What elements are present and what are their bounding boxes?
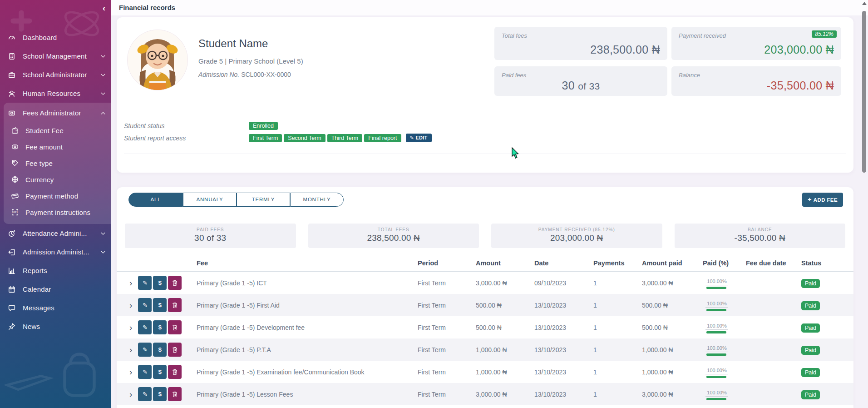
row-expand-chevron[interactable]: › [129, 390, 132, 398]
delete-fee-button[interactable] [168, 387, 182, 401]
payment-received-value: 203,000.00 ₦ [764, 43, 834, 56]
payment-button[interactable]: $ [153, 298, 167, 312]
payment-button[interactable]: $ [153, 343, 167, 357]
scroll-up-arrow[interactable] [862, 2, 867, 5]
sidebar-item-fee-type[interactable]: Fee type [4, 155, 111, 171]
sidebar-item-label: Fee type [25, 159, 53, 167]
divider [124, 154, 846, 154]
row-expand-chevron[interactable]: › [129, 279, 132, 287]
summary-payment-received-85-12: PAYMENT RECEIVED (85.12%)203,000.00 ₦ [491, 224, 662, 248]
school-administrator-icon [7, 70, 16, 80]
edit-fee-button[interactable]: ✎ [138, 343, 152, 357]
summary-balance: BALANCE-35,500.00 ₦ [675, 224, 846, 248]
tab-termly[interactable]: TERMLY [237, 193, 290, 207]
row-expand-chevron[interactable]: › [129, 323, 132, 332]
column-header-payments: Payments [593, 259, 642, 267]
tab-monthly[interactable]: MONTHLY [290, 193, 344, 207]
row-expand-chevron[interactable]: › [129, 301, 132, 309]
sidebar-item-admission-administ[interactable]: Admission Administ... [0, 243, 111, 261]
column-header-date: Date [534, 259, 593, 267]
chevron-down-icon [100, 53, 106, 60]
edit-fee-button[interactable]: ✎ [138, 387, 152, 401]
fee-cell: Primary (Grade 1 -5) Examination fee/Com… [197, 368, 418, 376]
amount-paid-cell: 1,000.00 ₦ [642, 368, 703, 376]
row-expand-chevron[interactable]: › [129, 346, 132, 354]
date-cell: 13/10/2023 [534, 391, 593, 398]
edit-fee-button[interactable]: ✎ [138, 298, 152, 312]
paid-percent-cell: 100.00% [703, 344, 746, 356]
sidebar-item-student-fee[interactable]: Student Fee [4, 122, 111, 139]
svg-text:0121: 0121 [12, 211, 18, 214]
row-expand-chevron[interactable]: › [129, 368, 132, 376]
paid-fees-label: Paid fees [502, 72, 526, 79]
sidebar-item-school-management[interactable]: School Management [0, 47, 111, 65]
table-row: ›✎$Primary (Grade 1 -5) P.T.AFirst Term1… [117, 338, 853, 361]
edit-fee-button[interactable]: ✎ [138, 320, 152, 334]
page-title: Financial records [119, 4, 175, 11]
sidebar-item-payment-method[interactable]: Payment method [4, 188, 111, 204]
human-resources-icon [7, 89, 16, 98]
delete-fee-button[interactable] [168, 343, 182, 357]
column-header-fee: Fee [197, 259, 418, 267]
column-header-fee-due-date: Fee due date [746, 259, 801, 267]
table-row: ›✎$Primary (Grade 1 -5) Development feeF… [117, 316, 853, 338]
sidebar-collapse-button[interactable]: ‹ [103, 4, 105, 13]
summary-value: 203,000.00 ₦ [491, 233, 662, 243]
paid-percent-cell: 100.00% [703, 322, 746, 333]
report-access-badge-second-term: Second Term [284, 134, 325, 142]
total-fees-box: Total fees 238,500.00 ₦ [494, 27, 667, 60]
sidebar-item-reports[interactable]: Reports [0, 261, 111, 280]
chevron-down-icon [100, 249, 106, 255]
sidebar-item-label: Payment method [25, 192, 78, 200]
tab-all[interactable]: ALL [128, 193, 183, 207]
sidebar-item-messages[interactable]: Messages [0, 299, 111, 317]
add-fee-button[interactable]: +ADD FEE [802, 193, 843, 207]
fee-cell: Primary (Grade 1 -5) Lesson Fees [197, 391, 418, 398]
amount-paid-cell: 500.00 ₦ [642, 324, 703, 331]
payments-cell: 1 [593, 302, 642, 309]
sidebar-item-label: Fee amount [25, 143, 63, 151]
sidebar-item-attendance-admini[interactable]: Attendance Admini... [0, 224, 111, 243]
payment-button[interactable]: $ [153, 320, 167, 334]
payment-button[interactable]: $ [153, 276, 167, 290]
payments-cell: 1 [593, 279, 642, 287]
sidebar-item-fee-amount[interactable]: Fee amount [4, 139, 111, 155]
status-cell: Paid [801, 391, 853, 398]
payment-button[interactable]: $ [153, 387, 167, 401]
admission-value: SCL000-XX-0000 [241, 71, 291, 78]
delete-fee-button[interactable] [168, 298, 182, 312]
tab-annualy[interactable]: ANNUALY [183, 193, 237, 207]
edit-fee-button[interactable]: ✎ [138, 276, 152, 290]
payment-received-label: Payment received [679, 32, 726, 39]
sidebar-item-dashboard[interactable]: Dashboard [0, 28, 111, 47]
sidebar-item-label: Messages [23, 304, 54, 312]
delete-fee-button[interactable] [168, 320, 182, 334]
delete-fee-button[interactable] [168, 276, 182, 290]
sidebar-item-news[interactable]: News [0, 317, 111, 336]
paid-percent-text: 100.00% [705, 323, 728, 330]
plus-icon: + [808, 196, 812, 203]
status-badge: Paid [801, 346, 820, 355]
school-management-icon [7, 52, 16, 61]
delete-fee-button[interactable] [168, 365, 182, 379]
sidebar-item-fees-administrator[interactable]: Fees Administrator [4, 104, 111, 122]
column-header-amount-paid: Amount paid [642, 259, 703, 267]
payment-button[interactable]: $ [153, 365, 167, 379]
sidebar-item-payment-instructions[interactable]: 0121Payment instructions [4, 204, 111, 220]
sidebar-item-currency[interactable]: Currency [4, 171, 111, 188]
status-cell: Paid [801, 368, 853, 376]
student-name: Student Name [198, 37, 268, 50]
fee-cell: Primary (Grade 1 -5) First Aid [197, 302, 418, 309]
sidebar-item-human-resources[interactable]: Human Resources [0, 84, 111, 103]
sidebar-item-school-administrator[interactable]: School Administrator [0, 65, 111, 84]
chevron-down-icon [100, 72, 106, 78]
edit-report-access-button[interactable]: ✎ EDIT [406, 134, 432, 142]
sidebar-item-calendar[interactable]: Calendar [0, 280, 111, 299]
report-access-badge-third-term: Third Term [327, 134, 363, 142]
scrollbar-thumb[interactable] [862, 11, 866, 173]
amount-paid-cell: 3,000.00 ₦ [642, 279, 703, 287]
edit-fee-button[interactable]: ✎ [138, 365, 152, 379]
chevron-down-icon [100, 230, 106, 237]
status-badge: Enrolled [249, 122, 278, 130]
report-access-row: Student report access First TermSecond T… [124, 134, 432, 142]
